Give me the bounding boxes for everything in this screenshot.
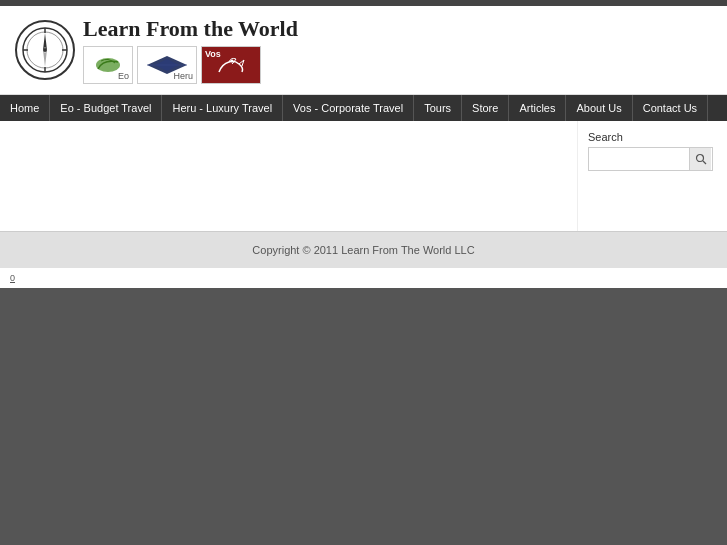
bottom-area: 0 xyxy=(0,268,727,288)
eo-label: Eo xyxy=(118,71,129,81)
nav-home[interactable]: Home xyxy=(0,95,50,121)
nav-tours[interactable]: Tours xyxy=(414,95,462,121)
search-icon xyxy=(695,153,707,165)
svg-marker-2 xyxy=(43,33,47,50)
heru-label: Heru xyxy=(173,71,193,81)
svg-point-13 xyxy=(230,60,233,63)
nav-vos-corporate[interactable]: Vos - Corporate Travel xyxy=(283,95,414,121)
header: Learn From the World Eo xyxy=(0,6,727,95)
brand-eo: Eo xyxy=(83,46,133,84)
site-title: Learn From the World xyxy=(83,16,298,42)
nav-articles[interactable]: Articles xyxy=(509,95,566,121)
nav-eo-budget[interactable]: Eo - Budget Travel xyxy=(50,95,162,121)
search-button[interactable] xyxy=(689,148,711,170)
brand-heru: Heru xyxy=(137,46,197,84)
nav-heru-luxury[interactable]: Heru - Luxury Travel xyxy=(162,95,283,121)
dark-footer-area xyxy=(0,288,727,428)
footer: Copyright © 2011 Learn From The World LL… xyxy=(0,231,727,268)
svg-point-14 xyxy=(696,155,703,162)
nav-about-us[interactable]: About Us xyxy=(566,95,632,121)
sidebar: Search xyxy=(577,121,727,231)
svg-point-4 xyxy=(43,48,47,52)
nav-contact-us[interactable]: Contact Us xyxy=(633,95,708,121)
copyright-text: Copyright © 2011 Learn From The World LL… xyxy=(252,244,474,256)
logo-brands: Eo Heru Vos xyxy=(83,46,298,84)
logo-text: Learn From the World Eo xyxy=(83,16,298,84)
brand-vos: Vos xyxy=(201,46,261,84)
nav-bar: Home Eo - Budget Travel Heru - Luxury Tr… xyxy=(0,95,727,121)
search-box xyxy=(588,147,713,171)
svg-marker-3 xyxy=(43,50,47,67)
main-content xyxy=(0,121,577,231)
search-input[interactable] xyxy=(589,151,689,167)
bottom-link[interactable]: 0 xyxy=(5,270,20,286)
logo-area: Learn From the World Eo xyxy=(15,16,298,84)
svg-line-15 xyxy=(703,161,706,164)
search-label: Search xyxy=(588,131,717,143)
content-wrapper: Search xyxy=(0,121,727,231)
compass-icon xyxy=(20,25,70,75)
svg-point-9 xyxy=(96,58,120,72)
compass-logo xyxy=(15,20,75,80)
vos-label-top: Vos xyxy=(205,49,221,59)
nav-store[interactable]: Store xyxy=(462,95,509,121)
